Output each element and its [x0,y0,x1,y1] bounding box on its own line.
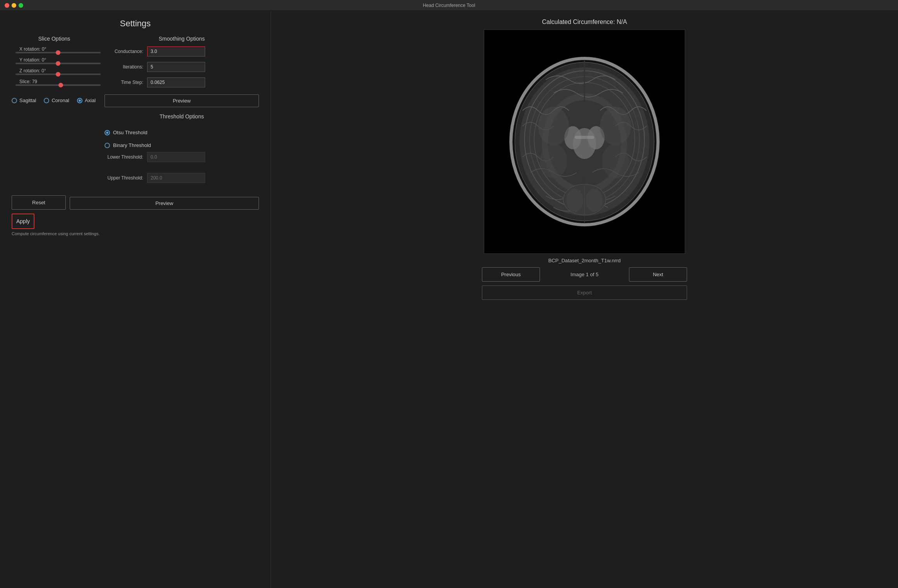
slice-section: X rotation: 0° Y rotation: 0° Z rotation… [12,46,97,86]
sagittal-radio[interactable] [12,98,17,103]
lower-threshold-input[interactable] [147,152,205,162]
svg-point-18 [540,144,567,178]
z-rotation-label: Z rotation: 0° [19,68,46,74]
preview-reset-row: Reset Preview [12,195,259,210]
smoothing-preview-button[interactable]: Preview [105,94,259,107]
conductance-row: Conductance: [105,46,259,56]
svg-point-22 [566,189,583,212]
slider-item-slice: Slice: 79 [15,79,93,86]
svg-point-16 [538,107,569,145]
slice-options: Slice Options X rotation: 0° Y rotation:… [12,36,97,103]
threshold-title: Threshold Options [105,113,259,120]
brain-mri-svg [492,33,677,250]
app-title: Head Circumference Tool [423,3,475,8]
left-panel: Settings Slice Options X rotation: 0° Y … [0,11,271,588]
svg-point-23 [586,189,603,212]
orientation-options: Sagittal Coronal Axial [12,97,97,103]
otsu-radio[interactable] [105,130,110,135]
binary-radio-row: Binary Threshold [105,142,259,148]
x-rotation-thumb [56,50,60,55]
binary-label: Binary Threshold [113,142,151,148]
conductance-label: Conductance: [105,49,143,54]
sagittal-label: Sagittal [19,97,36,103]
export-button[interactable]: Export [482,285,687,300]
svg-point-19 [602,144,629,178]
dataset-label: BCP_Dataset_2month_T1w.nrrd [548,258,620,263]
otsu-label: Otsu Threshold [113,130,147,135]
y-rotation-label: Y rotation: 0° [19,57,46,63]
timestep-row: Time Step: [105,77,259,87]
bottom-controls: Reset Preview Apply Compute circumferenc… [12,192,259,236]
timestep-input[interactable] [147,77,205,87]
apply-button[interactable]: Apply [12,214,34,229]
svg-point-17 [600,107,631,145]
image-counter: Image 1 of 5 [544,272,625,277]
lower-threshold-row: Lower Threshold: [105,152,259,162]
minimize-button[interactable] [12,3,16,8]
navigation-row: Previous Image 1 of 5 Next [482,267,687,282]
right-panel: Calculated Circumference: N/A [271,11,898,588]
slider-item-z: Z rotation: 0° [15,68,93,75]
otsu-radio-row: Otsu Threshold [105,130,259,135]
settings-title: Settings [12,19,259,29]
axial-label: Axial [85,97,96,103]
reset-button[interactable]: Reset [12,195,66,210]
slider-item-y: Y rotation: 0° [15,57,93,64]
iterations-label: Iterations: [105,64,143,70]
svg-point-12 [573,128,596,159]
top-section: Slice Options X rotation: 0° Y rotation:… [12,36,259,188]
slice-options-title: Slice Options [12,36,97,42]
mri-view [484,29,685,254]
svg-rect-13 [575,136,594,139]
upper-threshold-row: Upper Threshold: [105,173,259,183]
close-button[interactable] [5,3,9,8]
slice-slider[interactable] [15,84,101,86]
y-rotation-slider[interactable] [15,63,101,64]
titlebar: Head Circumference Tool [0,0,898,11]
upper-threshold-label: Upper Threshold: [105,175,143,181]
iterations-row: Iterations: [105,62,259,72]
slice-thumb [58,83,63,87]
circumference-title: Calculated Circumference: N/A [542,19,627,26]
x-rotation-label: X rotation: 0° [19,46,46,52]
upper-threshold-input[interactable] [147,173,205,183]
smoothing-title: Smoothing Options [105,36,259,42]
y-rotation-thumb [56,61,60,66]
x-rotation-slider[interactable] [15,52,101,53]
z-rotation-thumb [56,72,60,77]
slice-label: Slice: 79 [19,79,37,84]
threshold-preview-button[interactable]: Preview [70,197,259,210]
slider-item-x: X rotation: 0° [15,46,93,53]
binary-radio[interactable] [105,143,110,148]
previous-button[interactable]: Previous [482,267,540,282]
coronal-radio[interactable] [44,98,49,103]
lower-threshold-label: Lower Threshold: [105,154,143,160]
next-button[interactable]: Next [629,267,687,282]
maximize-button[interactable] [19,3,23,8]
axial-radio[interactable] [77,98,82,103]
traffic-lights [5,3,23,8]
orientation-coronal[interactable]: Coronal [44,97,69,103]
orientation-axial[interactable]: Axial [77,97,96,103]
z-rotation-slider[interactable] [15,74,101,75]
threshold-options: Threshold Options Otsu Threshold Binary … [105,113,259,183]
main-layout: Settings Slice Options X rotation: 0° Y … [0,11,898,588]
orientation-sagittal[interactable]: Sagittal [12,97,36,103]
status-text: Compute circumference using current sett… [12,231,259,236]
timestep-label: Time Step: [105,80,143,85]
iterations-input[interactable] [147,62,205,72]
conductance-input[interactable] [147,46,205,56]
coronal-label: Coronal [51,97,69,103]
smoothing-options: Smoothing Options Conductance: Iteration… [105,36,259,188]
